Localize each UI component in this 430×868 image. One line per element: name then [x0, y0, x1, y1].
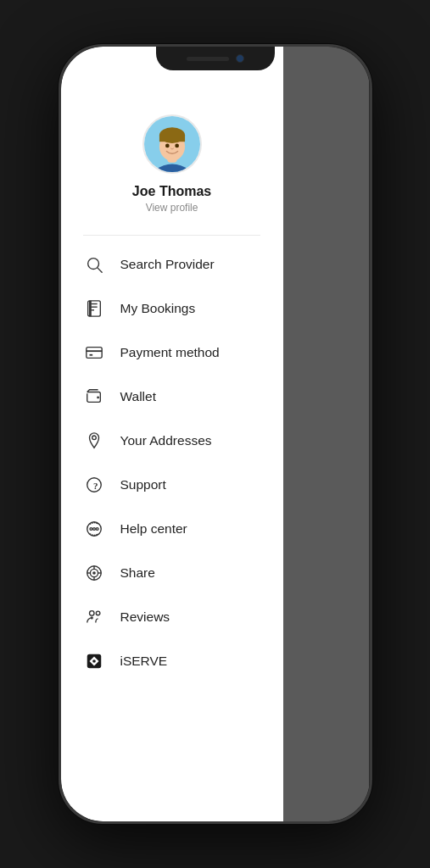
view-profile-link[interactable]: View profile	[146, 202, 198, 214]
reviews-icon	[83, 606, 105, 628]
share-icon	[83, 562, 105, 584]
your-addresses-label: Your Addresses	[120, 433, 212, 448]
user-name: Joe Thomas	[132, 184, 211, 199]
right-overlay-panel	[283, 47, 370, 821]
menu-item-my-bookings[interactable]: My Bookings	[70, 287, 275, 331]
menu-item-search-provider[interactable]: Search Provider	[70, 242, 275, 287]
menu-item-reviews[interactable]: Reviews	[70, 595, 275, 639]
menu-item-share[interactable]: Share	[70, 551, 275, 595]
menu-panel: Joe Thomas View profile Search Provider …	[61, 47, 283, 821]
svg-point-28	[92, 571, 96, 575]
location-icon	[83, 430, 105, 452]
support-icon: ?	[83, 474, 105, 496]
svg-point-22	[87, 522, 101, 537]
svg-point-25	[96, 528, 98, 531]
bookings-icon	[83, 298, 105, 320]
search-provider-label: Search Provider	[120, 257, 215, 272]
phone-notch	[156, 47, 275, 70]
reviews-label: Reviews	[120, 609, 170, 625]
avatar	[142, 114, 202, 174]
divider	[83, 235, 261, 236]
menu-list: Search Provider My Bookings Payment meth…	[61, 242, 283, 821]
svg-line-9	[98, 268, 102, 272]
menu-item-support[interactable]: ? Support	[70, 463, 275, 507]
svg-point-8	[87, 259, 98, 270]
svg-point-18	[97, 397, 99, 399]
payment-icon	[83, 342, 105, 364]
svg-rect-15	[86, 348, 101, 359]
profile-section: Joe Thomas View profile	[61, 89, 283, 231]
menu-item-help-center[interactable]: Help center	[70, 507, 275, 551]
iserve-label: iSERVE	[120, 654, 168, 669]
wallet-label: Wallet	[120, 389, 157, 404]
phone-screen: Joe Thomas View profile Search Provider …	[61, 47, 370, 821]
phone-frame: Joe Thomas View profile Search Provider …	[59, 44, 372, 824]
svg-rect-5	[159, 136, 184, 142]
support-label: Support	[120, 477, 166, 492]
menu-item-iserve[interactable]: iSERVE	[70, 639, 275, 683]
svg-point-19	[92, 436, 96, 440]
my-bookings-label: My Bookings	[120, 301, 196, 316]
svg-point-34	[96, 611, 100, 615]
help-icon	[83, 518, 105, 540]
menu-item-payment-method[interactable]: Payment method	[70, 331, 275, 375]
wallet-icon	[83, 386, 105, 408]
help-center-label: Help center	[120, 521, 187, 537]
svg-point-24	[92, 528, 95, 531]
svg-point-37	[92, 659, 96, 663]
svg-point-33	[89, 611, 94, 616]
share-label: Share	[120, 565, 155, 581]
camera-icon	[236, 54, 244, 63]
search-icon	[83, 253, 105, 275]
speaker-icon	[187, 57, 229, 61]
svg-point-7	[175, 144, 179, 148]
payment-method-label: Payment method	[120, 345, 220, 360]
svg-point-6	[165, 144, 170, 148]
menu-item-wallet[interactable]: Wallet	[70, 375, 275, 419]
svg-point-23	[89, 528, 92, 531]
menu-item-your-addresses[interactable]: Your Addresses	[70, 419, 275, 463]
svg-text:?: ?	[93, 481, 98, 491]
iserve-icon	[83, 650, 105, 672]
